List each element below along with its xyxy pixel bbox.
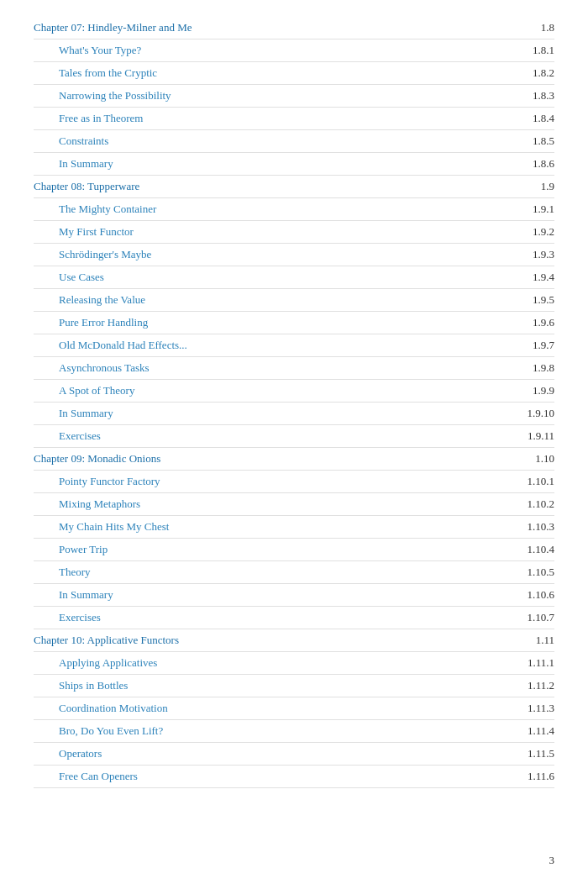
toc-row[interactable]: Constraints1.8.5 <box>34 130 554 153</box>
toc-section-link[interactable]: Schrödinger's Maybe <box>34 248 151 260</box>
toc-section-title: Bro, Do You Even Lift? <box>34 724 519 738</box>
toc-row[interactable]: Coordination Motivation1.11.3 <box>34 697 554 720</box>
toc-section-link[interactable]: Pointy Functor Factory <box>34 475 160 487</box>
toc-row[interactable]: Chapter 10: Applicative Functors1.11 <box>34 629 554 652</box>
toc-chapter-link[interactable]: Chapter 07: Hindley-Milner and Me <box>34 21 192 34</box>
toc-entry-number: 1.10 <box>535 452 554 466</box>
toc-section-link[interactable]: Operators <box>34 747 102 760</box>
toc-row[interactable]: Free as in Theorem1.8.4 <box>34 108 554 130</box>
toc-section-link[interactable]: Ships in Bottles <box>34 679 128 692</box>
toc-row[interactable]: Exercises1.9.11 <box>34 425 554 448</box>
toc-row[interactable]: Chapter 09: Monadic Onions1.10 <box>34 448 554 471</box>
toc-row[interactable]: In Summary1.10.6 <box>34 584 554 607</box>
toc-section-link[interactable]: Use Cases <box>34 271 104 283</box>
toc-section-link[interactable]: Exercises <box>34 429 101 442</box>
toc-section-title: Exercises <box>34 611 519 624</box>
toc-row[interactable]: Chapter 07: Hindley-Milner and Me1.8 <box>34 17 554 39</box>
toc-section-link[interactable]: Exercises <box>34 611 101 624</box>
toc-section-link[interactable]: Asynchronous Tasks <box>34 361 150 374</box>
toc-entry-number: 1.11.5 <box>528 747 554 760</box>
toc-chapter-link[interactable]: Chapter 09: Monadic Onions <box>34 452 160 465</box>
toc-row[interactable]: Narrowing the Possibility1.8.3 <box>34 85 554 108</box>
toc-entry-number: 1.9 <box>541 180 554 193</box>
toc-entry-number: 1.11.3 <box>528 702 554 715</box>
toc-section-link[interactable]: What's Your Type? <box>34 44 141 56</box>
toc-section-link[interactable]: Power Trip <box>34 543 108 555</box>
toc-row[interactable]: My First Functor1.9.2 <box>34 221 554 244</box>
toc-section-title: In Summary <box>34 588 519 602</box>
toc-section-link[interactable]: Releasing the Value <box>34 293 145 306</box>
toc-section-title: My Chain Hits My Chest <box>34 520 519 534</box>
toc-row[interactable]: Use Cases1.9.4 <box>34 266 554 289</box>
toc-row[interactable]: Applying Applicatives1.11.1 <box>34 652 554 675</box>
toc-section-link[interactable]: Applying Applicatives <box>34 656 157 669</box>
toc-entry-number: 1.9.4 <box>533 271 554 284</box>
toc-section-title: Narrowing the Possibility <box>34 89 524 103</box>
toc-row[interactable]: Exercises1.10.7 <box>34 607 554 629</box>
toc-section-title: Applying Applicatives <box>34 656 519 670</box>
toc-section-link[interactable]: The Mighty Container <box>34 203 156 215</box>
toc-chapter-link[interactable]: Chapter 10: Applicative Functors <box>34 634 179 646</box>
toc-section-title: In Summary <box>34 407 519 420</box>
toc-section-link[interactable]: Pure Error Handling <box>34 316 148 329</box>
toc-section-link[interactable]: A Spot of Theory <box>34 384 134 397</box>
toc-section-link[interactable]: Coordination Motivation <box>34 702 168 714</box>
toc-section-title: Old McDonald Had Effects... <box>34 339 524 352</box>
toc-entry-number: 1.11.4 <box>528 724 554 738</box>
toc-row[interactable]: Asynchronous Tasks1.9.8 <box>34 357 554 380</box>
toc-row[interactable]: Operators1.11.5 <box>34 743 554 766</box>
toc-chapter-title: Chapter 08: Tupperware <box>34 180 533 193</box>
toc-chapter-title: Chapter 07: Hindley-Milner and Me <box>34 21 533 34</box>
toc-section-link[interactable]: In Summary <box>34 157 113 170</box>
toc-row[interactable]: Theory1.10.5 <box>34 561 554 584</box>
toc-section-link[interactable]: My Chain Hits My Chest <box>34 520 169 533</box>
toc-row[interactable]: Power Trip1.10.4 <box>34 539 554 561</box>
toc-section-link[interactable]: Constraints <box>34 134 108 147</box>
toc-entry-number: 1.9.7 <box>533 339 554 352</box>
toc-section-link[interactable]: Free as in Theorem <box>34 112 143 124</box>
toc-section-link[interactable]: Bro, Do You Even Lift? <box>34 724 163 737</box>
toc-row[interactable]: Bro, Do You Even Lift?1.11.4 <box>34 720 554 743</box>
toc-entry-number: 1.8.4 <box>533 112 554 125</box>
toc-row[interactable]: The Mighty Container1.9.1 <box>34 198 554 221</box>
toc-entry-number: 1.10.3 <box>528 520 555 534</box>
toc-section-link[interactable]: Free Can Openers <box>34 770 138 782</box>
toc-row[interactable]: Old McDonald Had Effects...1.9.7 <box>34 334 554 357</box>
toc-row[interactable]: In Summary1.9.10 <box>34 403 554 425</box>
toc-entry-number: 1.9.6 <box>533 316 554 329</box>
toc-entry-number: 1.8.2 <box>533 66 554 80</box>
toc-section-link[interactable]: Mixing Metaphors <box>34 497 140 510</box>
toc-row[interactable]: Free Can Openers1.11.6 <box>34 766 554 788</box>
toc-section-link[interactable]: In Summary <box>34 407 113 419</box>
toc-row[interactable]: Ships in Bottles1.11.2 <box>34 675 554 697</box>
toc-row[interactable]: Pure Error Handling1.9.6 <box>34 312 554 334</box>
toc-entry-number: 1.10.2 <box>528 497 555 511</box>
toc-section-link[interactable]: Tales from the Cryptic <box>34 66 157 79</box>
toc-section-title: Mixing Metaphors <box>34 497 519 511</box>
toc-section-title: Power Trip <box>34 543 519 556</box>
toc-section-title: Tales from the Cryptic <box>34 66 524 80</box>
toc-section-title: Asynchronous Tasks <box>34 361 524 375</box>
toc-section-link[interactable]: Narrowing the Possibility <box>34 89 171 102</box>
toc-row[interactable]: A Spot of Theory1.9.9 <box>34 380 554 403</box>
toc-row[interactable]: What's Your Type?1.8.1 <box>34 39 554 62</box>
page-number: 3 <box>549 854 555 867</box>
toc-section-link[interactable]: Old McDonald Had Effects... <box>34 339 187 351</box>
toc-section-title: Schrödinger's Maybe <box>34 248 524 261</box>
toc-chapter-link[interactable]: Chapter 08: Tupperware <box>34 180 139 192</box>
toc-entry-number: 1.9.5 <box>533 293 554 307</box>
toc-entry-number: 1.10.6 <box>528 588 555 602</box>
toc-section-title: Operators <box>34 747 519 760</box>
toc-section-link[interactable]: My First Functor <box>34 225 134 238</box>
toc-row[interactable]: Chapter 08: Tupperware1.9 <box>34 176 554 198</box>
toc-row[interactable]: In Summary1.8.6 <box>34 153 554 176</box>
toc-row[interactable]: Mixing Metaphors1.10.2 <box>34 493 554 516</box>
toc-row[interactable]: Tales from the Cryptic1.8.2 <box>34 62 554 85</box>
toc-row[interactable]: Releasing the Value1.9.5 <box>34 289 554 312</box>
toc-row[interactable]: Pointy Functor Factory1.10.1 <box>34 471 554 493</box>
toc-section-link[interactable]: Theory <box>34 566 91 578</box>
toc-section-link[interactable]: In Summary <box>34 588 113 601</box>
toc-entry-number: 1.11 <box>536 634 554 647</box>
toc-row[interactable]: Schrödinger's Maybe1.9.3 <box>34 244 554 266</box>
toc-row[interactable]: My Chain Hits My Chest1.10.3 <box>34 516 554 539</box>
